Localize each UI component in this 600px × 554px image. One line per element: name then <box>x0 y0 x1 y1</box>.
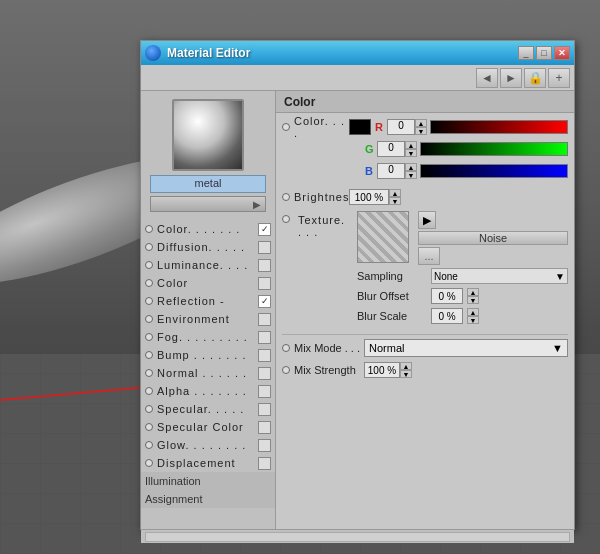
mix-strength-row: Mix Strength 100 % ▲ ▼ <box>276 360 574 380</box>
texture-arrow-button[interactable]: ▶ <box>418 211 436 229</box>
r-spin-up[interactable]: ▲ <box>415 119 427 127</box>
g-label: G <box>365 143 375 155</box>
sampling-dropdown-arrow: ▼ <box>555 271 565 282</box>
nav-arrow-icon: ▶ <box>253 199 261 210</box>
blur-offset-spin-up[interactable]: ▲ <box>467 288 479 296</box>
texture-preview[interactable] <box>357 211 409 263</box>
nav-arrow-button[interactable]: ▶ <box>150 196 266 212</box>
channel-check[interactable] <box>258 295 271 308</box>
channel-check[interactable] <box>258 385 271 398</box>
channel-item-environment[interactable]: Environment <box>141 310 275 328</box>
blur-scale-value[interactable]: 0 % <box>431 308 463 324</box>
channel-check[interactable] <box>258 331 271 344</box>
b-value-field[interactable]: 0 <box>377 163 405 179</box>
mix-mode-dot <box>282 344 290 352</box>
blur-scale-spin: ▲ ▼ <box>467 308 479 324</box>
channel-check[interactable] <box>258 457 271 470</box>
blur-offset-spin-down[interactable]: ▼ <box>467 296 479 304</box>
blur-scale-spin-up[interactable]: ▲ <box>467 308 479 316</box>
channel-item-specular-color[interactable]: Specular Color <box>141 418 275 436</box>
brightness-spin: ▲ ▼ <box>389 189 401 205</box>
mix-mode-dropdown-arrow: ▼ <box>552 342 563 354</box>
channel-item-diffusion[interactable]: Diffusion. . . . . <box>141 238 275 256</box>
mix-mode-dropdown[interactable]: Normal ▼ <box>364 339 568 357</box>
toolbar-lock-button[interactable]: 🔒 <box>524 68 546 88</box>
brightness-spin-down[interactable]: ▼ <box>389 197 401 205</box>
channel-dot <box>145 279 153 287</box>
b-spin-up[interactable]: ▲ <box>405 163 417 171</box>
toolbar-plus-button[interactable]: + <box>548 68 570 88</box>
restore-button[interactable]: □ <box>536 46 552 60</box>
material-name-field[interactable]: metal <box>150 175 266 193</box>
horizontal-scrollbar[interactable] <box>145 532 570 542</box>
mix-mode-label: Mix Mode . . . <box>294 342 364 354</box>
brightness-value[interactable]: 100 % <box>349 189 389 205</box>
close-button[interactable]: ✕ <box>554 46 570 60</box>
channel-item-transparency[interactable]: Color <box>141 274 275 292</box>
channel-dot <box>145 351 153 359</box>
texture-dot <box>282 215 290 223</box>
channel-item-glow[interactable]: Glow. . . . . . . . <box>141 436 275 454</box>
brightness-spin-up[interactable]: ▲ <box>389 189 401 197</box>
g-color-bar[interactable] <box>420 142 568 156</box>
channel-item-alpha[interactable]: Alpha . . . . . . . <box>141 382 275 400</box>
texture-label: Texture. . . . <box>298 214 353 238</box>
g-spin-down[interactable]: ▼ <box>405 149 417 157</box>
content-area: metal ▶ Color. . . . . . . Diffusion. . … <box>141 91 574 529</box>
channel-item-fog[interactable]: Fog. . . . . . . . . <box>141 328 275 346</box>
toolbar-back-button[interactable]: ◄ <box>476 68 498 88</box>
channel-check[interactable] <box>258 403 271 416</box>
sampling-dropdown[interactable]: None ▼ <box>431 268 568 284</box>
more-options-button[interactable]: ... <box>418 247 440 265</box>
g-value-field[interactable]: 0 <box>377 141 405 157</box>
channel-item-reflection[interactable]: Reflection - <box>141 292 275 310</box>
mix-strength-spin-up[interactable]: ▲ <box>400 362 412 370</box>
panel-title-text: Color <box>284 95 315 109</box>
channel-item-specular[interactable]: Specular. . . . . <box>141 400 275 418</box>
r-value-field[interactable]: 0 <box>387 119 415 135</box>
channel-check[interactable] <box>258 313 271 326</box>
channel-item-displacement[interactable]: Displacement <box>141 454 275 472</box>
section-header-assignment[interactable]: Assignment <box>141 490 275 508</box>
channel-item-color[interactable]: Color. . . . . . . <box>141 220 275 238</box>
channel-label: Color. . . . . . . <box>157 223 258 235</box>
mix-strength-spin-down[interactable]: ▼ <box>400 370 412 378</box>
channel-check[interactable] <box>258 241 271 254</box>
blur-scale-spin-down[interactable]: ▼ <box>467 316 479 324</box>
channel-item-bump[interactable]: Bump . . . . . . . <box>141 346 275 364</box>
brightness-label: Brightness <box>294 191 349 203</box>
texture-section: Texture. . . . ▶ Noise ... <box>276 209 574 327</box>
section-header-illumination[interactable]: Illumination <box>141 472 275 490</box>
channel-check[interactable] <box>258 367 271 380</box>
channel-item-luminance[interactable]: Luminance. . . . <box>141 256 275 274</box>
channel-check[interactable] <box>258 421 271 434</box>
blur-scale-row: Blur Scale 0 % ▲ ▼ <box>357 307 568 325</box>
channel-check[interactable] <box>258 259 271 272</box>
b-spin-down[interactable]: ▼ <box>405 171 417 179</box>
window-title: Material Editor <box>167 46 518 60</box>
mix-strength-value[interactable]: 100 % <box>364 362 400 378</box>
blur-offset-value[interactable]: 0 % <box>431 288 463 304</box>
r-color-bar[interactable] <box>430 120 568 134</box>
r-spin-down[interactable]: ▼ <box>415 127 427 135</box>
texture-preview-row: ▶ Noise ... <box>357 211 568 265</box>
divider <box>282 334 568 335</box>
channel-check[interactable] <box>258 439 271 452</box>
channel-label: Bump . . . . . . . <box>157 349 258 361</box>
channel-dot <box>145 441 153 449</box>
channel-check[interactable] <box>258 349 271 362</box>
channel-check[interactable] <box>258 223 271 236</box>
title-bar: Material Editor _ □ ✕ <box>141 41 574 65</box>
material-preview-sphere[interactable] <box>172 99 244 171</box>
noise-button[interactable]: Noise <box>418 231 568 245</box>
b-color-bar[interactable] <box>420 164 568 178</box>
channel-check[interactable] <box>258 277 271 290</box>
b-spin-buttons: ▲ ▼ <box>405 163 417 179</box>
color-swatch[interactable] <box>349 119 371 135</box>
g-spin-up[interactable]: ▲ <box>405 141 417 149</box>
channel-item-normal[interactable]: Normal . . . . . . <box>141 364 275 382</box>
minimize-button[interactable]: _ <box>518 46 534 60</box>
channel-label: Reflection - <box>157 295 258 307</box>
texture-btn-col: ▶ Noise ... <box>418 211 568 265</box>
toolbar-forward-button[interactable]: ► <box>500 68 522 88</box>
